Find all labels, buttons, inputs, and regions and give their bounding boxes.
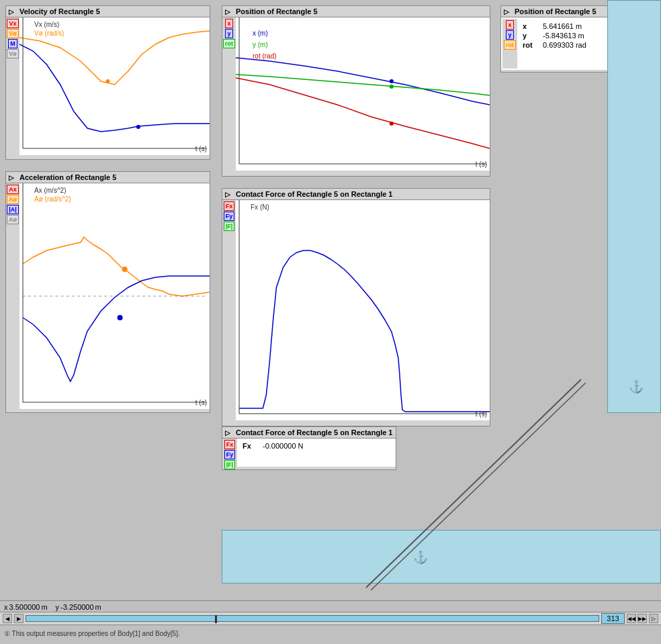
wall-anchor: ⚓ xyxy=(629,379,644,394)
legend-ao[interactable]: Aø xyxy=(7,195,19,204)
legend-vo[interactable]: Vø xyxy=(7,49,19,58)
svg-point-0 xyxy=(105,79,109,83)
status-y-value: -3.250000 xyxy=(60,603,94,611)
velocity-title: Velocity of Rectangle 5 xyxy=(19,7,100,15)
footer-text: ① This output measures properties of Bod… xyxy=(0,629,661,639)
contact-force-title: Contact Force of Rectangle 5 on Rectangl… xyxy=(236,190,393,198)
cr-fx-icon[interactable]: Fx xyxy=(224,440,236,449)
svg-point-10 xyxy=(118,315,123,320)
position-panel: Position of Rectangle 5 x y rot t (s) x … xyxy=(222,5,490,177)
status-x-label: x xyxy=(4,603,8,611)
contact-legend: Fx Fy |F| xyxy=(222,200,236,420)
contact-force-chart-area: Fx (N) t (s) xyxy=(236,200,490,420)
position-readout-arrow xyxy=(504,7,512,15)
floor-rectangle xyxy=(222,530,661,584)
readout-legend: x y rot xyxy=(502,19,517,68)
accel-title: Acceleration of Rectangle 5 xyxy=(19,173,116,181)
readout-rot-key: rot xyxy=(523,41,543,49)
position-svg xyxy=(236,17,490,171)
contact-readout-arrow xyxy=(225,428,233,436)
cf-fx-key: Fx xyxy=(243,442,263,450)
rewind-button[interactable]: ◀◀ xyxy=(627,614,636,623)
velocity-legend: Vx Vø M Vø xyxy=(6,17,19,155)
position-legend: x y rot xyxy=(222,17,236,171)
contact-readout-content: Fx Fy |F| Fx -0.000000 N xyxy=(222,439,396,467)
svg-point-6 xyxy=(390,122,394,126)
play-button[interactable]: ▶ xyxy=(14,614,24,623)
legend-cfx[interactable]: Fx xyxy=(224,201,235,211)
footer-content: ① This output measures properties of Bod… xyxy=(4,630,180,637)
cr-fy-icon[interactable]: Fy xyxy=(224,450,236,459)
legend-py[interactable]: y xyxy=(225,29,232,38)
cf-fx-row: Fx -0.000000 N xyxy=(240,441,393,451)
contact-readout-title: Contact Force of Rectangle 5 on Rectangl… xyxy=(236,428,393,436)
svg-point-5 xyxy=(390,85,394,89)
position-chart-area: t (s) x (m) y (m) rot (rad) xyxy=(236,17,490,171)
contact-readout-legend: Fx Fy |F| xyxy=(222,439,237,467)
readout-y-icon[interactable]: y xyxy=(506,30,513,40)
legend-px[interactable]: x xyxy=(225,19,232,28)
readout-x-icon[interactable]: x xyxy=(506,20,513,30)
contact-readout-values: Fx -0.000000 N xyxy=(237,439,396,467)
accel-svg xyxy=(19,183,210,409)
playback-bar: ◀ ▶ 313 ◀◀ ▶▶ ▷ xyxy=(0,612,661,625)
readout-rot-icon[interactable]: rot xyxy=(504,40,516,50)
legend-vm[interactable]: M xyxy=(8,39,17,48)
contact-force-chart-panel: Contact Force of Rectangle 5 on Rectangl… xyxy=(222,188,490,426)
prev-frame-button[interactable]: ◀ xyxy=(3,614,12,623)
wall-rectangle xyxy=(607,0,661,413)
playback-controls-right: ◀◀ ▶▶ xyxy=(627,614,647,623)
cf-fx-val: -0.000000 N xyxy=(263,442,390,450)
status-y-unit: m xyxy=(95,603,101,611)
velocity-panel: Velocity of Rectangle 5 Vx Vø M Vø Vx (m… xyxy=(5,5,210,160)
floor-anchor: ⚓ xyxy=(413,550,428,565)
legend-ax[interactable]: Ax xyxy=(7,185,19,194)
legend-cff[interactable]: |F| xyxy=(224,222,235,231)
readout-x-key: x xyxy=(523,22,543,30)
contact-svg xyxy=(236,200,490,420)
contact-force-titlebar: Contact Force of Rectangle 5 on Rectangl… xyxy=(222,189,490,200)
legend-vx[interactable]: Vx xyxy=(7,19,18,28)
accel-arrow xyxy=(9,173,17,181)
position-title: Position of Rectangle 5 xyxy=(236,7,318,15)
contact-readout-titlebar: Contact Force of Rectangle 5 on Rectangl… xyxy=(222,427,396,439)
acceleration-panel: Acceleration of Rectangle 5 Ax Aø |A| Aø… xyxy=(5,171,210,413)
velocity-titlebar: Velocity of Rectangle 5 xyxy=(6,6,210,17)
timeline-thumb[interactable] xyxy=(215,615,217,623)
cr-ff-icon[interactable]: |F| xyxy=(224,460,236,469)
legend-al[interactable]: |A| xyxy=(7,205,19,214)
contact-force-readout-panel: Contact Force of Rectangle 5 on Rectangl… xyxy=(222,426,396,470)
legend-cfy[interactable]: Fy xyxy=(224,212,235,221)
velocity-arrow xyxy=(9,7,17,15)
status-x-unit: m xyxy=(41,603,47,611)
svg-point-4 xyxy=(390,79,394,83)
velocity-svg xyxy=(19,17,210,155)
legend-ag[interactable]: Aø xyxy=(7,215,19,224)
legend-vy[interactable]: Vø xyxy=(7,29,19,38)
svg-point-1 xyxy=(136,125,140,129)
position-readout-title: Position of Rectangle 5 xyxy=(515,7,597,15)
forward-button[interactable]: ▶▶ xyxy=(637,614,647,623)
status-y-label: y xyxy=(56,603,60,611)
timeline-track[interactable] xyxy=(26,615,599,622)
velocity-chart-area: Vx (m/s) Vø (rad/s) t (s) xyxy=(19,17,210,155)
accel-chart-area: Ax (m/s^2) Aø (rad/s^2) t (s) xyxy=(19,183,210,409)
contact-force-arrow xyxy=(225,190,233,198)
status-bar: x 3.500000 m y -3.250000 m xyxy=(0,600,661,612)
legend-prot[interactable]: rot xyxy=(223,39,235,48)
frame-display: 313 xyxy=(601,613,625,624)
status-x-value: 3.500000 xyxy=(9,603,40,611)
readout-y-key: y xyxy=(523,32,543,40)
position-arrow xyxy=(225,7,233,15)
accel-titlebar: Acceleration of Rectangle 5 xyxy=(6,172,210,183)
position-titlebar: Position of Rectangle 5 xyxy=(222,6,490,17)
accel-legend: Ax Aø |A| Aø xyxy=(6,183,19,409)
more-button[interactable]: ▷ xyxy=(649,614,658,623)
svg-point-9 xyxy=(122,267,128,272)
